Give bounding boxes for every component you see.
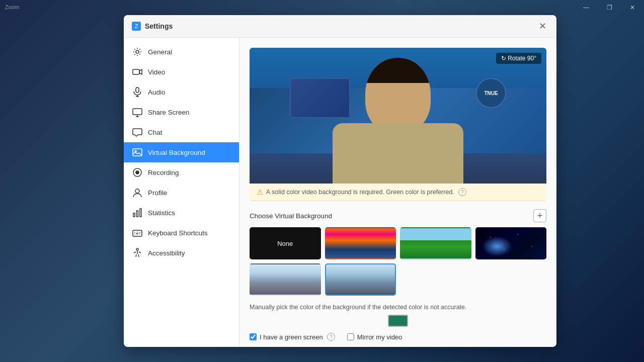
svg-point-8 [135,189,139,193]
svg-point-5 [135,151,136,152]
svg-rect-12 [133,230,142,236]
sidebar-item-profile-label: Profile [148,189,167,197]
share-screen-icon [132,107,143,118]
accessibility-icon [132,247,143,258]
sidebar-item-keyboard-shortcuts-label: Keyboard Shortcuts [148,229,208,237]
virtual-bg-icon [132,147,143,158]
vb-section-header: Choose Virtual Background + [250,209,546,222]
svg-point-7 [136,171,139,174]
bg-thumb-space[interactable] [475,227,547,259]
sidebar: General Video [124,38,239,347]
add-background-button[interactable]: + [533,209,546,222]
person-hair [365,58,431,83]
sidebar-item-chat[interactable]: Chat [124,122,239,142]
warning-icon: ⚠ [257,188,263,197]
sidebar-item-audio[interactable]: Audio [124,82,239,102]
sidebar-item-audio-label: Audio [148,88,166,96]
person-overlay [317,48,478,184]
audio-icon [132,86,143,98]
sidebar-item-recording-label: Recording [148,169,179,176]
svg-point-13 [136,248,138,250]
sidebar-item-general[interactable]: General [124,42,239,62]
svg-rect-11 [140,209,141,217]
green-screen-checkbox[interactable] [250,333,257,340]
color-pick-row [250,315,546,327]
sidebar-item-virtual-bg-label: Virtual Background [148,149,205,156]
keyboard-icon [132,227,143,238]
person-face [365,58,431,133]
sidebar-item-share-screen-label: Share Screen [148,109,190,116]
bg-thumb-office2[interactable] [325,263,396,296]
bg-thumb-golden-gate[interactable] [325,227,396,259]
sidebar-item-video[interactable]: Video [124,62,239,82]
settings-dialog: Z Settings ✕ General [124,15,556,347]
sidebar-item-keyboard-shortcuts[interactable]: Keyboard Shortcuts [124,223,239,243]
dialog-body: General Video [124,38,556,347]
minimize-button[interactable]: — [575,0,598,15]
gear-icon [132,46,143,57]
sidebar-item-share-screen[interactable]: Share Screen [124,102,239,122]
bg-thumb-grass[interactable] [400,227,471,259]
svg-rect-4 [133,149,142,156]
background-grid: None [250,227,546,296]
sidebar-item-accessibility-label: Accessibility [148,249,185,257]
person-shirt [333,123,463,184]
sidebar-item-chat-label: Chat [148,129,163,136]
maximize-button[interactable]: ❐ [598,0,621,15]
svg-rect-10 [137,211,138,217]
sidebar-item-video-label: Video [148,68,165,76]
warning-bar: ⚠ A solid color video background is requ… [250,184,546,201]
profile-icon [132,187,143,198]
dialog-icon: Z [132,22,141,31]
green-screen-help-icon[interactable]: ? [327,333,335,341]
mirror-checkbox[interactable] [347,333,354,340]
options-row: I have a green screen ? Mirror my video [250,333,546,341]
svg-rect-1 [133,69,139,74]
color-pick-label: Manually pick the color of the backgroun… [250,304,546,311]
main-content: TNUE ↻ Rotate 90° ⚠ A solid color video … [239,38,556,347]
svg-point-0 [136,50,139,53]
chat-icon [132,127,143,138]
color-swatch[interactable] [388,315,408,327]
sidebar-item-statistics-label: Statistics [148,209,175,217]
bg-thumb-none[interactable]: None [250,227,321,259]
sidebar-item-recording[interactable]: Recording [124,162,239,183]
section-title: Choose Virtual Background [250,212,332,220]
svg-rect-2 [136,87,139,93]
bg-none-label: None [277,240,293,247]
window-close-button[interactable]: ✕ [621,0,644,15]
svg-rect-9 [133,213,135,217]
recording-icon [132,167,143,178]
sidebar-item-virtual-background[interactable]: Virtual Background [124,142,239,162]
tnue-logo: TNUE [476,78,506,108]
video-preview: TNUE ↻ Rotate 90° [250,48,546,184]
green-screen-label: I have a green screen [260,333,323,341]
rotate-button[interactable]: ↻ Rotate 90° [496,53,541,64]
statistics-icon [132,207,143,218]
window-controls: — ❐ ✕ [575,0,644,15]
video-icon [132,66,143,77]
sidebar-item-statistics[interactable]: Statistics [124,203,239,223]
mirror-row: Mirror my video [347,333,403,341]
warning-text: A solid color video background is requir… [266,189,454,196]
sidebar-item-profile[interactable]: Profile [124,183,239,203]
sidebar-item-accessibility[interactable]: Accessibility [124,243,239,263]
dialog-titlebar: Z Settings ✕ [124,15,556,38]
bg-thumb-office1[interactable] [250,263,321,296]
color-pick-section: Manually pick the color of the backgroun… [250,304,546,327]
app-title: Zoom [5,4,19,10]
green-screen-row: I have a green screen ? [250,333,335,341]
svg-rect-3 [133,109,142,115]
mirror-label: Mirror my video [357,333,403,341]
dialog-close-button[interactable]: ✕ [536,20,548,32]
warning-help-icon[interactable]: ? [458,188,466,196]
dialog-title: Settings [145,22,536,30]
sidebar-item-general-label: General [148,48,172,56]
